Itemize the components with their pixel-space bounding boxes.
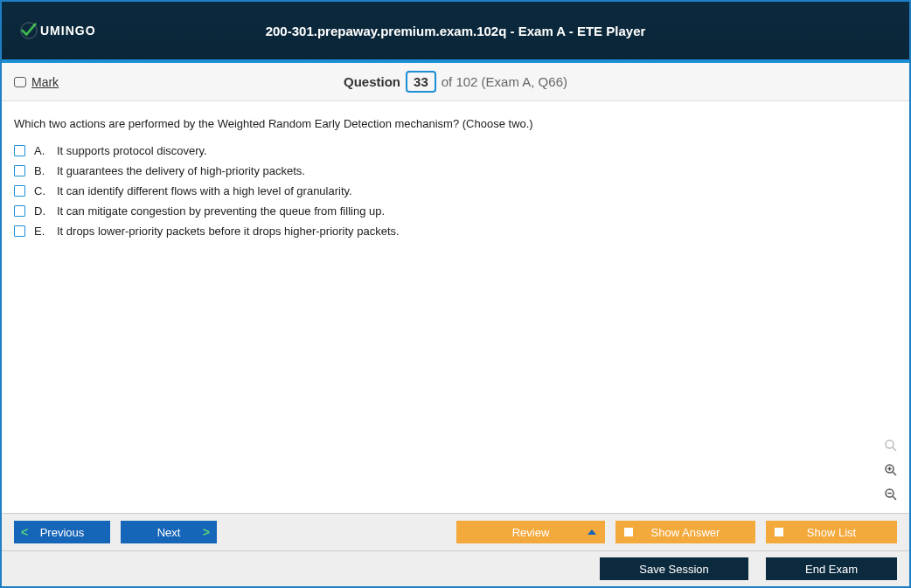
logo-checkmark-icon (19, 21, 38, 40)
option-letter: D. (34, 204, 48, 218)
button-label: Show Answer (651, 526, 720, 539)
zoom-in-icon[interactable] (881, 460, 901, 480)
button-label: Save Session (639, 563, 709, 576)
option-text: It can identify different flows with a h… (57, 184, 352, 197)
square-icon (775, 528, 783, 536)
review-button[interactable]: Review (456, 521, 605, 543)
option-d[interactable]: D. It can mitigate congestion by prevent… (14, 204, 897, 218)
logo-text: UMINGO (40, 24, 96, 38)
option-text: It guarantees the delivery of high-prior… (57, 164, 305, 177)
search-icon[interactable] (881, 436, 901, 455)
app-logo: UMINGO (19, 21, 96, 40)
triangle-up-icon (588, 529, 596, 535)
mark-label[interactable]: Mark (31, 75, 59, 89)
svg-line-8 (893, 496, 896, 500)
question-word: Question (344, 74, 400, 89)
next-button[interactable]: Next > (121, 521, 217, 543)
window-title: 200-301.prepaway.premium.exam.102q - Exa… (266, 24, 646, 38)
option-e[interactable]: E. It drops lower-priority packets befor… (14, 225, 897, 238)
option-text: It can mitigate congestion by preventing… (57, 204, 385, 218)
question-header: Mark Question 33 of 102 (Exam A, Q66) (2, 63, 909, 101)
option-letter: B. (34, 164, 48, 177)
button-label: End Exam (805, 563, 858, 576)
button-label: Previous (40, 526, 85, 539)
option-checkbox[interactable] (14, 145, 25, 156)
previous-button[interactable]: < Previous (14, 521, 110, 543)
show-answer-button[interactable]: Show Answer (615, 521, 755, 543)
option-checkbox[interactable] (14, 185, 25, 197)
square-icon (624, 528, 633, 536)
app-window: _ ☐ ✕ UMINGO 200-301.prepaway.premium.ex… (0, 0, 911, 588)
save-session-button[interactable]: Save Session (600, 557, 748, 580)
option-letter: C. (34, 184, 48, 197)
option-text: It drops lower-priority packets before i… (57, 225, 400, 238)
option-c[interactable]: C. It can identify different flows with … (14, 184, 897, 197)
question-number-box: 33 (406, 71, 436, 93)
svg-line-2 (893, 447, 896, 451)
option-checkbox[interactable] (14, 225, 25, 237)
zoom-out-icon[interactable] (881, 485, 901, 504)
mark-checkbox[interactable] (14, 77, 26, 87)
question-text: Which two actions are performed by the W… (14, 117, 897, 130)
chevron-left-icon: < (21, 525, 28, 539)
option-a[interactable]: A. It supports protocol discovery. (14, 144, 897, 157)
question-indicator: Question 33 of 102 (Exam A, Q66) (344, 71, 567, 93)
svg-line-4 (893, 472, 896, 475)
chevron-right-icon: > (203, 525, 210, 539)
mark-control[interactable]: Mark (14, 75, 59, 89)
svg-point-1 (886, 440, 894, 448)
bottom-bar: Save Session End Exam (2, 550, 909, 586)
option-text: It supports protocol discovery. (57, 144, 207, 157)
button-label: Next (157, 526, 181, 539)
button-label: Show List (807, 526, 856, 539)
button-label: Review (512, 526, 550, 539)
option-checkbox[interactable] (14, 205, 25, 217)
end-exam-button[interactable]: End Exam (766, 557, 897, 580)
option-b[interactable]: B. It guarantees the delivery of high-pr… (14, 164, 897, 177)
option-checkbox[interactable] (14, 165, 25, 176)
option-letter: A. (34, 144, 48, 157)
option-letter: E. (34, 225, 48, 238)
content-area: Which two actions are performed by the W… (2, 101, 909, 513)
button-bar: < Previous Next > Review Show Answer Sho… (2, 513, 909, 550)
title-bar: UMINGO 200-301.prepaway.premium.exam.102… (2, 2, 909, 59)
side-tools (881, 436, 901, 504)
question-total: of 102 (Exam A, Q66) (442, 74, 567, 89)
show-list-button[interactable]: Show List (766, 521, 897, 543)
